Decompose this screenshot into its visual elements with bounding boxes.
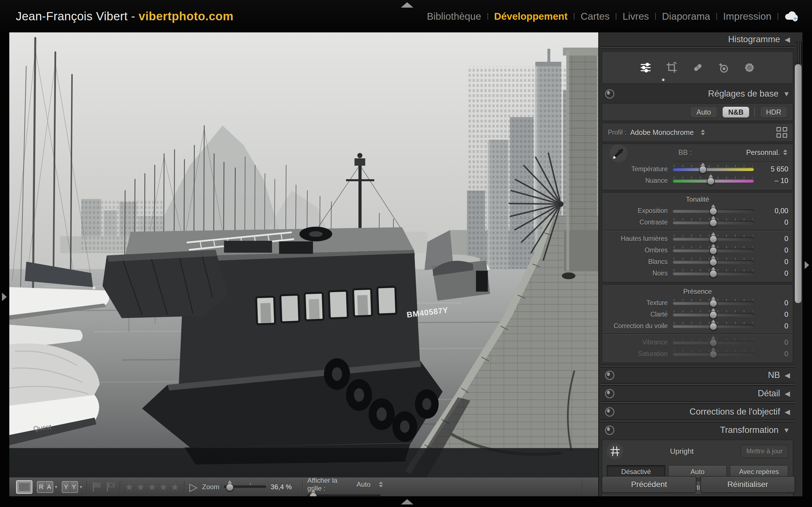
- whites-slider[interactable]: [673, 260, 754, 264]
- shadows-slider[interactable]: [673, 249, 754, 252]
- blacks-slider[interactable]: [673, 272, 754, 275]
- module-print[interactable]: Impression: [718, 11, 777, 22]
- dropdown-arrow-icon[interactable]: ▾: [55, 484, 57, 490]
- zoom-slider-thumb[interactable]: [226, 483, 234, 491]
- treatment-hdr-button[interactable]: HDR: [760, 107, 787, 118]
- profile-value[interactable]: Adobe Monochrome: [630, 128, 694, 136]
- shadows-thumb[interactable]: [709, 247, 717, 255]
- play-icon[interactable]: ▷: [189, 482, 197, 492]
- loupe-view-button[interactable]: [16, 480, 33, 494]
- before-after-lr-button[interactable]: RA ▾: [37, 481, 57, 493]
- tint-value[interactable]: – 10: [754, 177, 788, 185]
- highlights-thumb[interactable]: [709, 235, 717, 243]
- bw-panel-header[interactable]: NB ◀: [599, 367, 796, 383]
- zoom-slider[interactable]: [224, 486, 266, 489]
- temperature-thumb[interactable]: [699, 166, 707, 173]
- transform-panel-header[interactable]: Transformation ▼: [599, 422, 796, 438]
- basic-adjust-icon[interactable]: [640, 61, 652, 74]
- upright-tool-icon[interactable]: [607, 443, 623, 459]
- dehaze-value[interactable]: 0: [754, 322, 788, 330]
- dehaze-thumb[interactable]: [709, 323, 717, 330]
- module-slideshow[interactable]: Diaporama: [656, 11, 716, 22]
- treatment-auto-button[interactable]: Auto: [690, 107, 717, 118]
- tint-thumb[interactable]: [707, 177, 715, 185]
- module-book[interactable]: Livres: [617, 11, 654, 22]
- collapse-arrow-icon[interactable]: ◀: [784, 390, 790, 398]
- collapse-arrow-icon[interactable]: ◀: [784, 371, 790, 379]
- clarity-slider[interactable]: [673, 313, 754, 316]
- exposure-thumb[interactable]: [709, 207, 717, 215]
- star-icon[interactable]: ★: [125, 482, 134, 493]
- top-panel-reveal-arrow[interactable]: [401, 2, 413, 8]
- exposure-slider[interactable]: [673, 209, 754, 213]
- clarity-thumb[interactable]: [709, 311, 717, 319]
- whites-value[interactable]: 0: [754, 258, 788, 266]
- panel-switch-icon[interactable]: [605, 89, 614, 99]
- highlights-slider[interactable]: [673, 237, 754, 240]
- red-eye-icon[interactable]: [717, 61, 730, 74]
- star-icon[interactable]: ★: [159, 482, 168, 493]
- expand-arrow-icon[interactable]: ▼: [783, 90, 790, 98]
- healing-icon[interactable]: [691, 61, 704, 74]
- panel-switch-icon[interactable]: [605, 407, 614, 416]
- filmstrip-reveal-arrow[interactable]: [401, 499, 413, 504]
- grid-stepper-icon[interactable]: [379, 482, 383, 487]
- contrast-slider[interactable]: [673, 221, 754, 224]
- photo-canvas[interactable]: Quest: [9, 33, 598, 477]
- basic-panel-header[interactable]: Réglages de base ▼: [599, 86, 796, 101]
- reset-button[interactable]: Réinitialiser: [700, 476, 795, 493]
- collapse-arrow-icon[interactable]: ◀: [784, 36, 790, 44]
- module-develop[interactable]: Développement: [489, 11, 573, 22]
- tint-slider[interactable]: [673, 179, 754, 182]
- detail-panel-header[interactable]: Détail ◀: [599, 386, 796, 401]
- collapse-arrow-icon[interactable]: ◀: [784, 408, 790, 416]
- left-panel-reveal-arrow[interactable]: [2, 293, 7, 301]
- exposure-value[interactable]: 0,00: [754, 207, 788, 215]
- temperature-slider[interactable]: [673, 168, 754, 171]
- texture-value[interactable]: 0: [754, 299, 788, 307]
- reject-flag-icon[interactable]: [106, 482, 115, 492]
- treatment-bw-button[interactable]: N&B: [722, 107, 749, 118]
- before-after-split-button[interactable]: YY ▾: [62, 481, 82, 493]
- blacks-thumb[interactable]: [709, 270, 717, 278]
- panel-scrollbar[interactable]: [795, 64, 802, 303]
- wb-value[interactable]: Personnal.: [746, 149, 780, 157]
- star-icon[interactable]: ★: [148, 482, 157, 493]
- module-library[interactable]: Bibliothèque: [421, 11, 487, 22]
- right-panel-reveal-arrow[interactable]: [805, 261, 809, 269]
- star-rating[interactable]: ★★★★★: [125, 482, 180, 493]
- identity-site-link[interactable]: vibertphoto.com: [139, 10, 234, 23]
- upright-update-button[interactable]: Mettre à jour: [741, 445, 788, 458]
- star-icon[interactable]: ★: [170, 482, 180, 493]
- panel-switch-icon[interactable]: [605, 371, 614, 380]
- clarity-value[interactable]: 0: [754, 311, 788, 319]
- wb-stepper-icon[interactable]: [783, 150, 787, 155]
- grid-value[interactable]: Auto: [357, 481, 370, 489]
- crop-icon[interactable]: [665, 61, 678, 74]
- panel-switch-icon[interactable]: [605, 389, 614, 398]
- star-icon[interactable]: ★: [137, 482, 146, 493]
- panel-switch-icon[interactable]: [605, 426, 614, 435]
- contrast-value[interactable]: 0: [754, 218, 788, 226]
- dropdown-arrow-icon[interactable]: ▾: [80, 484, 82, 490]
- texture-slider[interactable]: [673, 301, 754, 305]
- previous-button[interactable]: Précédent: [602, 476, 696, 493]
- lens-corrections-panel-header[interactable]: Corrections de l'objectif ◀: [599, 404, 796, 420]
- shadows-value[interactable]: 0: [754, 246, 788, 255]
- profile-browser-icon[interactable]: [776, 127, 787, 138]
- temperature-value[interactable]: 5 650: [754, 165, 788, 173]
- profile-stepper-icon[interactable]: [701, 129, 705, 135]
- highlights-value[interactable]: 0: [754, 235, 788, 243]
- blacks-value[interactable]: 0: [754, 269, 788, 277]
- sync-cloud-icon[interactable]: [784, 11, 800, 22]
- contrast-thumb[interactable]: [709, 219, 717, 227]
- dehaze-slider[interactable]: [673, 325, 754, 328]
- white-balance-eyedropper-icon[interactable]: [610, 144, 627, 162]
- histogram-panel-header[interactable]: Histogramme ◀: [599, 33, 796, 47]
- texture-thumb[interactable]: [709, 299, 717, 307]
- toolbar-options-icon[interactable]: ▽: [587, 482, 593, 492]
- whites-thumb[interactable]: [709, 258, 717, 266]
- expand-arrow-icon[interactable]: ▼: [783, 426, 790, 434]
- module-map[interactable]: Cartes: [575, 11, 615, 22]
- masking-icon[interactable]: [743, 61, 756, 74]
